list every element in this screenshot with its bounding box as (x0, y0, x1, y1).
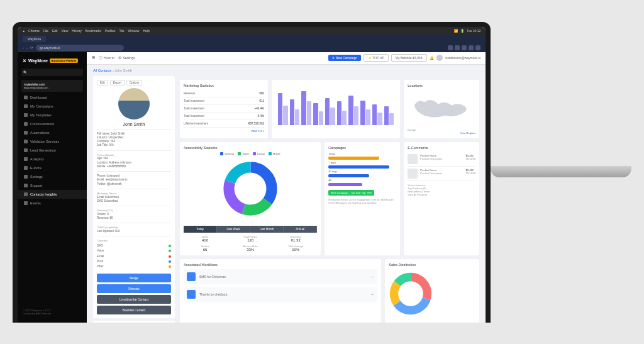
product-desc: Product Description (420, 157, 463, 160)
nav-contacts-insights[interactable]: Contacts Insights (18, 190, 87, 199)
credits: Created by AMD Telecom (23, 312, 82, 315)
nav-settings[interactable]: Settings (18, 172, 87, 181)
nav-events[interactable]: Events (18, 199, 87, 208)
brand-badge: Automation Platform (50, 58, 79, 63)
topnav-howto[interactable]: ⓘHow to (99, 56, 114, 60)
card-title: Locations (408, 84, 475, 87)
detail-line: Job Title: N/A (97, 143, 171, 147)
menu-icon[interactable]: ☰ (92, 56, 95, 60)
breadcrumb-current: John Smith (114, 69, 132, 72)
laptop-base (491, 166, 631, 177)
new-campaign-button[interactable]: ✈ New Campaign (328, 55, 361, 61)
options-button[interactable]: Options (126, 80, 143, 86)
menubar-edit[interactable]: Edit (52, 29, 58, 33)
nav-automations[interactable]: Automations (18, 128, 87, 137)
nav-validation[interactable]: Validation Services (18, 137, 87, 146)
nav-label: Settings (30, 175, 43, 179)
url-input[interactable]: go.waymore.io (36, 45, 124, 51)
personal-section: Full name: John Smith Industry: Unspecif… (97, 129, 171, 150)
workflow-item[interactable]: SMS for Christmas ⋯ (184, 269, 377, 284)
ellipsis-icon[interactable]: ⋯ (371, 292, 374, 296)
leadgen-icon (24, 148, 28, 152)
topnav-settings[interactable]: ⚙Settings (118, 56, 135, 60)
ext-1[interactable] (448, 45, 453, 50)
nav-estore[interactable]: E-store (18, 164, 87, 172)
accessibility-card: Accessibility Statistics Desktop Tablet … (180, 142, 321, 255)
tab-week[interactable]: Last Week (217, 226, 250, 233)
legend-label: Mobile (273, 152, 280, 155)
product-date: 09/11/18 (466, 157, 476, 160)
topbar: ☰ ⓘHow to ⚙Settings ✈ New Campaign ⚡ TOP… (87, 52, 486, 65)
menubar-view[interactable]: View (62, 29, 69, 33)
nav-templates[interactable]: My Templates (18, 111, 87, 119)
product-row[interactable]: Product NameProduct Description $5,43209… (408, 167, 475, 181)
tab-annual[interactable]: Annual (284, 226, 317, 233)
automations-icon (24, 131, 28, 135)
ellipsis-icon[interactable]: ⋯ (371, 275, 374, 279)
product-row[interactable]: Product NameProduct Description $5,43209… (408, 152, 475, 167)
reload-icon[interactable]: ⟳ (30, 45, 33, 50)
edit-button[interactable]: Edit (97, 80, 108, 86)
menubar-bookmarks[interactable]: Bookmarks (86, 29, 101, 33)
metric-value: 33% (229, 248, 272, 252)
nav-label: Contacts Insights (30, 192, 57, 196)
nav-campaigns[interactable]: My Campaigns (18, 102, 87, 111)
lifetime-section: Lifetime (CLV) Orders: 0 Revenue: €0 (97, 206, 171, 223)
menubar-profiles[interactable]: Profiles (105, 29, 116, 33)
dismiss-button[interactable]: Dismiss (97, 284, 171, 293)
back-icon[interactable]: ‹ (23, 46, 24, 50)
menubar-window[interactable]: Window (128, 29, 140, 33)
menubar-chrome[interactable]: Chrome (28, 29, 40, 33)
wifi-icon: 📶 (454, 29, 458, 33)
sales-donut-chart (389, 272, 433, 316)
macos-menubar: ● Chrome File Edit View History Bookmark… (18, 27, 486, 35)
nav-leadgen[interactable]: Lead Generation (18, 146, 87, 155)
campaign-bar (328, 183, 362, 186)
product-image (408, 154, 418, 164)
forward-icon[interactable]: › (26, 46, 28, 50)
campaigns-icon (24, 104, 28, 108)
menubar-tab[interactable]: Tab (119, 29, 125, 33)
topup-button[interactable]: ⚡ TOP UP (364, 54, 389, 62)
ext-2[interactable] (455, 45, 460, 50)
menubar-history[interactable]: History (72, 29, 82, 33)
campaign-info: Newsletter Email: +0.5% engagement sent … (328, 198, 396, 204)
sidebar-search[interactable]: 🔍 (21, 69, 83, 76)
blacklist-button[interactable]: Blacklist Contact (97, 306, 171, 314)
stat-value: €80 (259, 92, 264, 95)
gear-icon: ⚙ (118, 56, 121, 60)
unsubscribe-button[interactable]: Unsubscribe Contact (97, 295, 171, 304)
view-regions-link[interactable]: View Regions (408, 131, 475, 135)
card-title: Sales Distribution (389, 263, 475, 267)
browser-addressbar: ‹ › ⟳ go.waymore.io (18, 43, 486, 52)
tab-today[interactable]: Today (184, 226, 217, 233)
site-selector[interactable]: mytestsite.com https://mytestsite.com (21, 80, 83, 92)
nav-communication[interactable]: Communication (18, 119, 87, 128)
breadcrumb-root[interactable]: All Contacts (93, 69, 111, 72)
campaign-bar (328, 174, 369, 177)
merge-button[interactable]: Merge (97, 274, 171, 282)
menubar-help[interactable]: Help (143, 29, 149, 33)
channel-label: SMS (97, 244, 103, 248)
ext-5[interactable] (475, 45, 480, 50)
ext-4[interactable] (469, 45, 474, 50)
detail-line: Mobile: +44888888888 (97, 165, 171, 169)
brand-logo[interactable]: ✕ WayMore Automation Platform (18, 56, 87, 66)
profile-avatar (118, 88, 150, 119)
ext-3[interactable] (462, 45, 467, 50)
nav-support[interactable]: Support (18, 181, 87, 190)
menubar-file[interactable]: File (43, 29, 48, 33)
export-button[interactable]: Export (110, 80, 125, 86)
workflow-item[interactable]: Thanks by checkout ⋯ (184, 287, 377, 302)
notification-icon[interactable]: 🔔 (430, 56, 434, 60)
templates-icon (24, 113, 28, 117)
nav-dashboard[interactable]: Dashboard (18, 93, 87, 102)
tab-month[interactable]: Last Month (250, 226, 284, 233)
metric-value: 410 (184, 238, 226, 242)
status-dot-orange (169, 265, 171, 268)
user-avatar[interactable] (436, 55, 443, 61)
view-full-link[interactable]: VIEW FULL (184, 130, 264, 133)
nav-analytics[interactable]: Analytics (18, 155, 87, 164)
section-title: Channels (97, 239, 171, 243)
browser-tab[interactable]: WayMore (23, 36, 46, 42)
